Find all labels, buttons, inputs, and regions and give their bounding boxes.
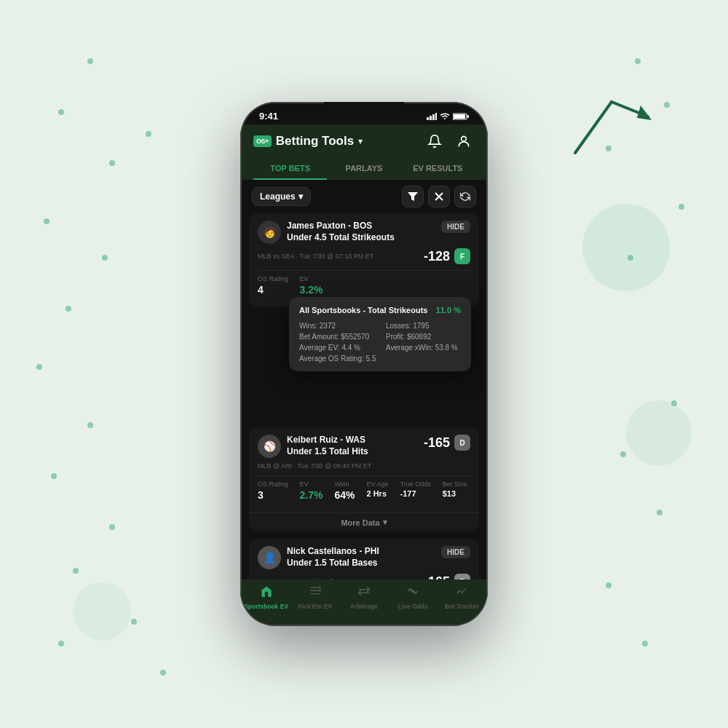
dot — [44, 218, 50, 224]
tooltip-avg-ev: Average EV: 4.4 % — [299, 344, 374, 352]
stat-os-rating-2: OS Rating 3 — [258, 480, 288, 501]
brand-dropdown-icon[interactable]: ▾ — [358, 136, 363, 146]
dot — [58, 641, 64, 646]
bet-2-odds: -165 — [424, 435, 450, 451]
nav-arbitrage[interactable]: Arbitrage — [339, 585, 388, 610]
decorative-circle — [626, 400, 692, 466]
leagues-filter-button[interactable]: Leagues ▾ — [252, 187, 311, 206]
bet-3-header: 👤 Nick Castellanos - PHI Under 1.5 Total… — [258, 546, 470, 569]
svg-rect-2 — [430, 116, 432, 120]
sportsbook-3-icon: D — [454, 574, 470, 579]
svg-rect-3 — [432, 114, 435, 120]
os-rating-label-1: OS Rating — [258, 275, 288, 282]
stat-ev-1: EV 3.2% — [300, 275, 323, 296]
tabs: TOP BETS PARLAYS EV RESULTS — [253, 158, 475, 180]
dot — [36, 364, 42, 370]
player-3-avatar: 👤 — [258, 546, 281, 569]
dot — [664, 102, 670, 108]
tab-top-bets[interactable]: TOP BETS — [253, 158, 327, 180]
profile-icon[interactable] — [453, 130, 475, 152]
bet-card-2-inner: ⚾ Keibert Ruiz - WAS Under 1.5 Total Hit… — [249, 427, 479, 513]
nav-live-odds[interactable]: Live Odds — [389, 585, 438, 610]
bet-2-meta: MLB @ ARI · Tue 7/30 @ 09:40 PM ET — [258, 462, 470, 470]
sportsbook-2-icon: D — [454, 435, 470, 451]
phone-shell: 9:41 — [240, 102, 488, 626]
stat-os-rating-1: OS Rating 4 — [258, 275, 288, 296]
player-2-name: Keibert Ruiz - WAS — [287, 435, 368, 445]
svg-rect-4 — [435, 113, 437, 120]
decorative-circle — [73, 582, 131, 641]
player-3-name: Nick Castellanos - PHI — [287, 546, 379, 556]
more-data-btn-2[interactable]: More Data ▾ — [249, 513, 479, 531]
player-1-name: James Paxton - BOS — [287, 221, 395, 231]
tooltip-avg-xwin: Average xWin: 53.8 % — [386, 344, 461, 352]
status-icons — [427, 113, 469, 120]
player-2-info: Keibert Ruiz - WAS Under 1.5 Total Hits — [287, 435, 368, 456]
status-time: 9:41 — [259, 111, 278, 122]
bet-3-odds: -165 — [424, 574, 450, 580]
app-screen: 9:41 — [242, 103, 486, 625]
tooltip-1-grid: Wins: 2372 Losses: 1795 Bet Amount: $552… — [299, 322, 461, 363]
tooltip-1-pct: 11.0 % — [436, 306, 461, 314]
dot — [73, 568, 79, 574]
signal-icon — [427, 113, 437, 120]
battery-icon — [453, 113, 469, 120]
header-top: OS+ Betting Tools ▾ — [253, 130, 475, 152]
tab-ev-results[interactable]: EV RESULTS — [401, 158, 475, 180]
brand-title: Betting Tools — [276, 134, 354, 149]
more-data-chevron-icon: ▾ — [383, 518, 387, 527]
refresh-button[interactable] — [454, 186, 476, 207]
app-header: OS+ Betting Tools ▾ — [242, 124, 486, 180]
nav-pickem-ev[interactable]: Pick'Em EV — [290, 585, 339, 610]
bet-1-stats: OS Rating 4 EV 3.2% — [258, 270, 470, 300]
dot — [657, 510, 662, 515]
dot — [58, 109, 64, 115]
tooltip-1-title: All Sportsbooks - Total Strikeouts — [299, 306, 427, 314]
stat-bet-size-2: Bet Size $13 — [443, 480, 467, 501]
os-rating-value-1: 4 — [258, 284, 288, 296]
brand[interactable]: OS+ Betting Tools ▾ — [253, 134, 363, 149]
leagues-chevron-icon: ▾ — [298, 191, 303, 202]
dot — [131, 619, 137, 625]
svg-rect-1 — [427, 117, 429, 120]
hide-btn-1[interactable]: HIDE — [441, 221, 470, 233]
brand-icon: OS+ — [253, 135, 272, 147]
dot — [146, 131, 151, 137]
bet-2-meta-text: MLB @ ARI · Tue 7/30 @ 09:40 PM ET — [258, 462, 371, 470]
dot — [160, 670, 166, 676]
dot — [109, 160, 115, 166]
dot — [87, 58, 93, 64]
svg-point-8 — [462, 136, 467, 141]
bet-3-player: 👤 Nick Castellanos - PHI Under 1.5 Total… — [258, 546, 379, 569]
bet-1-player: 🧑 James Paxton - BOS Under 4.5 Total Str… — [258, 221, 395, 244]
dot — [635, 58, 641, 64]
filter-icon-button[interactable] — [402, 186, 424, 207]
bet-1-header: 🧑 James Paxton - BOS Under 4.5 Total Str… — [258, 221, 470, 244]
nav-live-odds-label: Live Odds — [398, 603, 428, 610]
bet-1-odds: -128 — [424, 249, 450, 264]
svg-marker-0 — [637, 106, 652, 120]
nav-sportsbook-label: Sportsbook EV — [244, 603, 288, 610]
tooltip-wins: Wins: 2372 — [299, 322, 374, 330]
decorative-circle — [582, 204, 670, 291]
wifi-icon — [440, 113, 450, 120]
nav-arbitrage-label: Arbitrage — [350, 603, 378, 610]
funnel-icon — [408, 192, 418, 201]
leagues-label: Leagues — [260, 191, 296, 202]
bet-2-player: ⚾ Keibert Ruiz - WAS Under 1.5 Total Hit… — [258, 435, 368, 458]
refresh-icon — [460, 191, 470, 202]
bet-card-2: ⚾ Keibert Ruiz - WAS Under 1.5 Total Hit… — [249, 427, 479, 531]
hide-btn-3[interactable]: HIDE — [441, 546, 470, 558]
nav-sportsbook-ev[interactable]: Sportsbook EV — [242, 585, 290, 610]
bet-card-1-inner: 🧑 James Paxton - BOS Under 4.5 Total Str… — [249, 213, 479, 307]
nav-bet-tracker[interactable]: Bet Tracker — [438, 585, 486, 610]
clear-filter-button[interactable] — [428, 186, 450, 207]
arbitrage-icon — [357, 585, 371, 601]
tab-parlays[interactable]: PARLAYS — [327, 158, 400, 180]
filter-bar: Leagues ▾ — [242, 180, 486, 213]
notification-icon[interactable] — [424, 130, 446, 152]
dot — [109, 524, 115, 530]
player-1-avatar: 🧑 — [258, 221, 281, 244]
bottom-nav: Sportsbook EV Pick'Em EV — [242, 579, 486, 625]
player-1-info: James Paxton - BOS Under 4.5 Total Strik… — [287, 221, 395, 242]
